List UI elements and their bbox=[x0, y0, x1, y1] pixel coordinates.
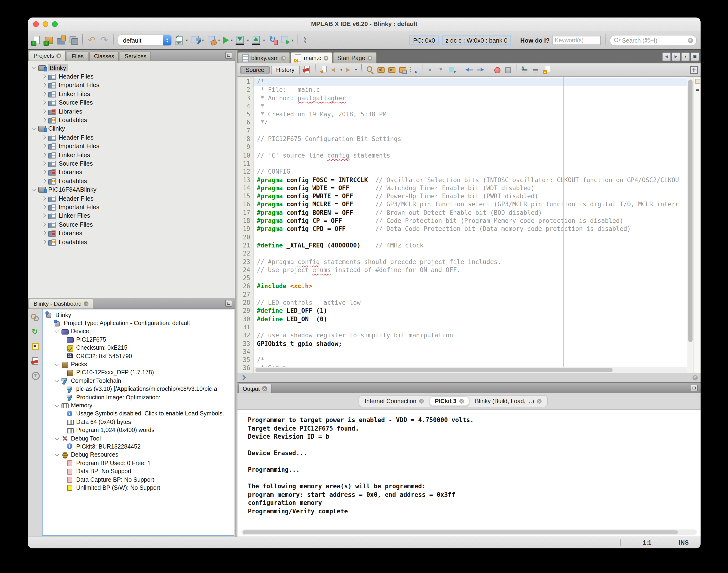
start-macro-recording-icon[interactable] bbox=[493, 66, 501, 74]
dashboard-node[interactable]: Debug Tool bbox=[43, 434, 234, 442]
line-number[interactable]: 28 bbox=[237, 299, 250, 307]
line-number[interactable]: 33 bbox=[237, 340, 250, 348]
tab-classes[interactable]: Classes bbox=[89, 52, 119, 61]
chevron-right-icon[interactable] bbox=[41, 152, 47, 158]
chevron-right-icon[interactable] bbox=[41, 91, 47, 97]
dashboard-node[interactable]: Unlimited BP (S/W): No Support bbox=[43, 483, 234, 492]
code-line[interactable] bbox=[254, 249, 687, 258]
panel-splitter[interactable] bbox=[235, 50, 237, 536]
uncomment-icon[interactable] bbox=[532, 66, 540, 74]
code-line[interactable]: #pragma config CP = OFF // Code Protecti… bbox=[254, 217, 687, 225]
line-number[interactable]: 2 bbox=[237, 86, 250, 94]
chevron-right-icon[interactable] bbox=[41, 100, 47, 106]
redo-button[interactable]: ↷ bbox=[99, 36, 109, 45]
toggle-bookmark-icon[interactable] bbox=[448, 66, 456, 74]
chevron-down-icon[interactable] bbox=[31, 125, 37, 132]
comment-icon[interactable] bbox=[521, 66, 529, 74]
folder-node[interactable]: Important Files bbox=[28, 142, 235, 151]
close-bar-icon[interactable] bbox=[692, 375, 698, 380]
dropdown-caret-icon[interactable]: ▾ bbox=[247, 38, 249, 42]
output-tab-internet-connection[interactable]: Internet Connection bbox=[360, 397, 429, 406]
line-number[interactable]: 6 bbox=[237, 118, 250, 127]
line-number[interactable]: 9 bbox=[237, 143, 250, 151]
project-node[interactable]: PIC16F84ABlinky bbox=[28, 185, 235, 194]
dropdown-caret-icon[interactable]: ▾ bbox=[355, 68, 357, 72]
chevron-down-icon[interactable] bbox=[54, 361, 60, 367]
code-line[interactable]: * Author: paulgallagher bbox=[254, 94, 687, 102]
line-number[interactable]: 27 bbox=[237, 290, 250, 299]
line-number[interactable]: 35 bbox=[237, 356, 250, 364]
line-number[interactable]: 19 bbox=[237, 225, 250, 233]
code-line[interactable]: #define LED_ON (0) bbox=[254, 315, 687, 323]
line-number[interactable]: 32 bbox=[237, 331, 250, 340]
console-horizontal-scrollbar[interactable] bbox=[241, 529, 697, 535]
scroll-tabs-right-icon[interactable]: ▶ bbox=[672, 53, 680, 61]
expand-navigator-icon[interactable] bbox=[240, 375, 246, 380]
output-tab-pickit-3[interactable]: PICkit 3 bbox=[430, 397, 469, 406]
line-number[interactable]: 23 bbox=[237, 258, 250, 266]
dropdown-caret-icon[interactable]: ▾ bbox=[340, 68, 342, 72]
error-stripe-mark[interactable] bbox=[696, 90, 699, 91]
close-tab-icon[interactable] bbox=[459, 399, 464, 404]
editor-tab-start-page[interactable]: Start Page bbox=[333, 52, 377, 63]
shift-right-icon[interactable] bbox=[476, 66, 484, 74]
find-selection-icon[interactable] bbox=[366, 66, 374, 74]
pdf-report-icon[interactable] bbox=[31, 357, 39, 365]
dashboard-node[interactable]: PIC10-12Fxxx_DFP (1.7.178) bbox=[43, 368, 234, 377]
folder-node[interactable]: Important Files bbox=[28, 203, 235, 211]
open-project-button[interactable] bbox=[56, 36, 66, 45]
scrollbar-thumb[interactable] bbox=[243, 530, 678, 534]
close-tab-icon[interactable] bbox=[368, 56, 372, 60]
refresh-debug-tool-button[interactable]: ↻ bbox=[268, 36, 277, 45]
shift-left-icon[interactable] bbox=[465, 66, 473, 74]
pc-status-box[interactable]: PC: 0x0 bbox=[409, 35, 439, 45]
code-line[interactable]: #pragma config WDTE = OFF // Watchdog Ti… bbox=[254, 184, 687, 192]
code-line[interactable] bbox=[254, 159, 687, 168]
select-stepper-icon[interactable]: ▲▼ bbox=[163, 35, 171, 45]
code-line[interactable]: #pragma config CPD = OFF // Data Code Pr… bbox=[254, 225, 687, 233]
dropdown-caret-icon[interactable]: ▾ bbox=[263, 38, 265, 42]
line-number[interactable]: 17 bbox=[237, 209, 250, 217]
toggle-header-source-icon[interactable] bbox=[543, 66, 551, 74]
editor-tab-blinky-asm[interactable]: blinky.asm bbox=[238, 52, 290, 63]
code-line[interactable] bbox=[254, 143, 687, 151]
folder-node[interactable]: Source Files bbox=[28, 159, 235, 168]
dashboard-node[interactable]: Data 64 (0x40) bytes bbox=[43, 418, 234, 426]
tab-dashboard[interactable]: Blinky - Dashboard bbox=[29, 299, 94, 309]
folder-node[interactable]: Linker Files bbox=[28, 90, 235, 98]
titlebar[interactable]: MPLAB X IDE v6.20 - Blinky : default bbox=[28, 17, 701, 31]
help-icon[interactable] bbox=[31, 371, 39, 380]
code-line[interactable] bbox=[254, 274, 687, 282]
code-line[interactable]: #pragma config FOSC = INTRCCLK // Oscill… bbox=[254, 176, 687, 184]
code-line[interactable]: // use a shadow register to simplify bit… bbox=[254, 331, 687, 340]
chevron-right-icon[interactable] bbox=[41, 73, 47, 80]
previous-bookmark-icon[interactable] bbox=[427, 66, 435, 74]
code-line[interactable]: #define LED_OFF (1) bbox=[254, 307, 687, 315]
last-edit-icon[interactable] bbox=[320, 66, 328, 74]
save-all-button[interactable] bbox=[69, 36, 78, 45]
line-number[interactable]: 24 bbox=[237, 266, 250, 274]
clear-search-icon[interactable] bbox=[688, 38, 693, 43]
next-occurrence-icon[interactable] bbox=[388, 66, 396, 74]
dashboard-node[interactable]: Production Image: Optimization: bbox=[43, 393, 234, 402]
back-icon[interactable] bbox=[330, 66, 338, 74]
folder-node[interactable]: Libraries bbox=[28, 168, 235, 176]
line-number[interactable]: 7 bbox=[237, 127, 250, 135]
dashboard-node[interactable]: Blinky bbox=[43, 311, 234, 319]
dashboard-node[interactable]: Compiler Toolchain bbox=[43, 377, 234, 385]
line-number[interactable]: 10 bbox=[237, 151, 250, 159]
dashboard-node[interactable]: CRC32: 0xE5451790 bbox=[43, 352, 234, 360]
folder-node[interactable]: Linker Files bbox=[28, 211, 235, 220]
scroll-tabs-left-icon[interactable]: ◀ bbox=[662, 53, 671, 61]
line-number[interactable]: 4 bbox=[237, 102, 250, 110]
line-number[interactable]: 21 bbox=[237, 241, 250, 250]
folder-node[interactable]: Source Files bbox=[28, 98, 235, 107]
dashboard-node[interactable]: Project Type: Application - Configuratio… bbox=[43, 319, 234, 327]
tab-services[interactable]: Services bbox=[120, 52, 151, 61]
maximize-editor-icon[interactable]: ▣ bbox=[691, 53, 699, 61]
code-line[interactable] bbox=[254, 233, 687, 241]
code-line[interactable] bbox=[254, 290, 687, 299]
chevron-right-icon[interactable] bbox=[41, 204, 47, 210]
dropdown-caret-icon[interactable]: ▾ bbox=[291, 38, 293, 42]
code-line[interactable] bbox=[254, 348, 687, 356]
